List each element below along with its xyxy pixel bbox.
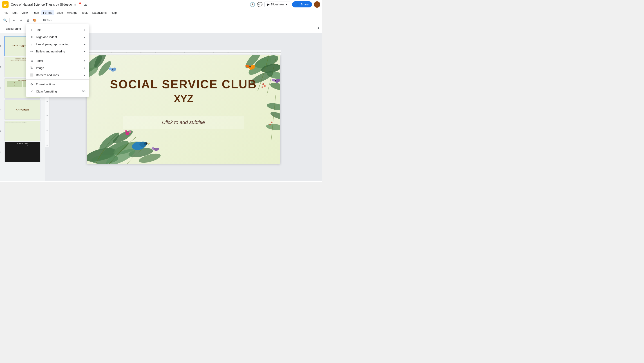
format-table-label: Table (36, 59, 43, 62)
clear-shortcut: ⌘\ (82, 90, 86, 93)
bullets-arrow-icon: ▶ (84, 50, 86, 53)
slide-title: SOCIAL SERVICE CLUB (87, 77, 280, 91)
format-align-label: Align and indent (36, 35, 57, 39)
clear-icon: ✕ (30, 89, 34, 93)
slide-number-6: 6 (0, 151, 1, 153)
ruler: -3-2-10123456789 (86, 51, 281, 55)
slide-number-3: 3 (0, 87, 1, 90)
history-icon[interactable]: 🕐 (250, 2, 255, 7)
collapse-panel-button[interactable]: ▲ (316, 26, 320, 30)
image-arrow-icon: ▶ (84, 67, 86, 69)
format-align-item[interactable]: ≡ Align and indent ▶ (26, 33, 89, 41)
slide-thumb-inner-5: Aarohan strives to work for the welfare … (4, 121, 40, 141)
slide-number-2: 2 (0, 66, 1, 69)
menu-view[interactable]: View (20, 10, 30, 15)
slide-xyz: XYZ (87, 93, 280, 104)
format-borders-item[interactable]: ⬜ Borders and lines ▶ (26, 71, 89, 79)
top-bar: Copy of Natural Science Thesis by Slides… (0, 0, 322, 9)
user-avatar[interactable] (314, 1, 320, 8)
toolbar: 🔍 ↩ ↪ 🖨 🎨 100% ▾ (0, 16, 322, 24)
app-logo (2, 1, 9, 8)
comment-icon[interactable]: 💬 (257, 2, 263, 7)
text-icon: T (30, 28, 34, 32)
format-menu-section-2: ⊞ Table ▶ 🖼 Image ▶ ⬜ Borders and lines … (26, 56, 89, 80)
redo-button[interactable]: ↪ (18, 17, 24, 24)
format-borders-label: Borders and lines (36, 73, 59, 77)
slideshow-play-icon: ▶ (267, 3, 270, 6)
image-icon: 🖼 (30, 66, 34, 70)
slide-thumb-5[interactable]: 5 Aarohan strives to work for the welfar… (4, 121, 40, 141)
slide-background (87, 55, 280, 164)
slide-title-area[interactable]: SOCIAL SERVICE CLUB (87, 77, 280, 91)
menu-file[interactable]: File (2, 10, 10, 15)
subtitle-box[interactable]: Click to add subtitle (123, 116, 244, 129)
align-icon: ≡ (30, 35, 34, 39)
menu-arrange[interactable]: Arrange (65, 10, 79, 15)
svg-rect-1 (4, 3, 7, 3)
format-options-label: Format options (36, 83, 56, 86)
align-arrow-icon: ▶ (84, 36, 86, 38)
table-icon: ⊞ (30, 59, 34, 63)
slideshow-button[interactable]: ▶ Slideshow ▾ (264, 2, 290, 7)
format-menu: T Text ▶ ≡ Align and indent ▶ ↕ Line & p… (26, 24, 89, 97)
menu-edit[interactable]: Edit (10, 10, 19, 15)
title-icons: ☆ 📍 ☁ (73, 2, 87, 7)
cloud-icon[interactable]: ☁ (84, 2, 87, 7)
format-text-item[interactable]: T Text ▶ (26, 26, 89, 33)
slide-number-1: 1 (0, 45, 1, 48)
print-button[interactable]: 🖨 (24, 17, 31, 24)
slide-xyz-area[interactable]: XYZ (87, 93, 280, 104)
menu-insert[interactable]: Insert (30, 10, 41, 15)
share-button[interactable]: 👤 Share (292, 1, 312, 8)
format-options-item[interactable]: ⚙ Format options (26, 81, 89, 88)
slide-thumb-inner-4: AAROHAN (4, 100, 40, 120)
spacing-icon: ↕ (30, 42, 34, 46)
format-spacing-label: Line & paragraph spacing (36, 43, 69, 46)
format-spacing-item[interactable]: ↕ Line & paragraph spacing ▶ (26, 41, 89, 48)
paint-format-button[interactable]: 🎨 (31, 17, 38, 24)
slide-thumb-6[interactable]: 6 MEDICAL CAMP A free medical, and eye c… (4, 142, 40, 162)
location-icon[interactable]: 📍 (78, 2, 82, 7)
star-icon[interactable]: ☆ (73, 2, 76, 7)
format-bullets-item[interactable]: •≡ Bullets and numbering ▶ (26, 48, 89, 55)
slide-thumb-4[interactable]: 4 AAROHAN (4, 100, 40, 120)
toolbar-sep-1 (10, 18, 10, 23)
subtitle-placeholder[interactable]: Click to add subtitle (162, 120, 205, 125)
menu-extensions[interactable]: Extensions (90, 10, 108, 15)
options-icon: ⚙ (30, 82, 34, 86)
table-arrow-icon: ▶ (84, 59, 86, 62)
slide-canvas[interactable]: SOCIAL SERVICE CLUB XYZ Click to add sub… (87, 55, 280, 164)
text-arrow-icon: ▶ (84, 29, 86, 31)
format-clear-item[interactable]: ✕ Clear formatting ⌘\ (26, 88, 89, 95)
menu-format[interactable]: Format (41, 10, 54, 15)
format-bullets-label: Bullets and numbering (36, 50, 65, 53)
top-right-actions: 🕐 💬 ▶ Slideshow ▾ 👤 Share (250, 1, 320, 8)
toolbar-sep-2 (39, 18, 39, 23)
menu-help[interactable]: Help (109, 10, 118, 15)
zoom-selector[interactable]: 100% ▾ (40, 17, 54, 24)
slideshow-label: Slideshow (270, 3, 284, 6)
svg-rect-2 (4, 4, 7, 5)
bullets-icon: •≡ (30, 49, 34, 53)
slide-number-5: 5 (0, 130, 1, 132)
share-label: Share (301, 3, 308, 6)
borders-icon: ⬜ (30, 73, 34, 77)
share-icon: 👤 (296, 3, 299, 6)
search-button[interactable]: 🔍 (2, 17, 8, 24)
menu-tools[interactable]: Tools (80, 10, 90, 15)
format-text-label: Text (36, 28, 41, 32)
slideshow-dropdown-icon: ▾ (285, 3, 287, 6)
format-menu-section-1: T Text ▶ ≡ Align and indent ▶ ↕ Line & p… (26, 25, 89, 56)
menu-slide[interactable]: Slide (55, 10, 65, 15)
bottom-bar (174, 157, 192, 157)
speaker-notes[interactable]: Click to add speaker notes (0, 181, 322, 182)
undo-button[interactable]: ↩ (11, 17, 17, 24)
format-clear-label: Clear formatting (36, 90, 57, 93)
document-title: Copy of Natural Science Thesis by Slides… (11, 3, 72, 6)
spacing-arrow-icon: ▶ (84, 43, 86, 46)
format-image-item[interactable]: 🖼 Image ▶ (26, 64, 89, 71)
format-table-item[interactable]: ⊞ Table ▶ (26, 57, 89, 64)
slide-thumb-inner-6: MEDICAL CAMP A free medical, and eye che… (4, 142, 40, 162)
svg-rect-3 (4, 5, 6, 6)
background-button[interactable]: Background (3, 26, 24, 31)
